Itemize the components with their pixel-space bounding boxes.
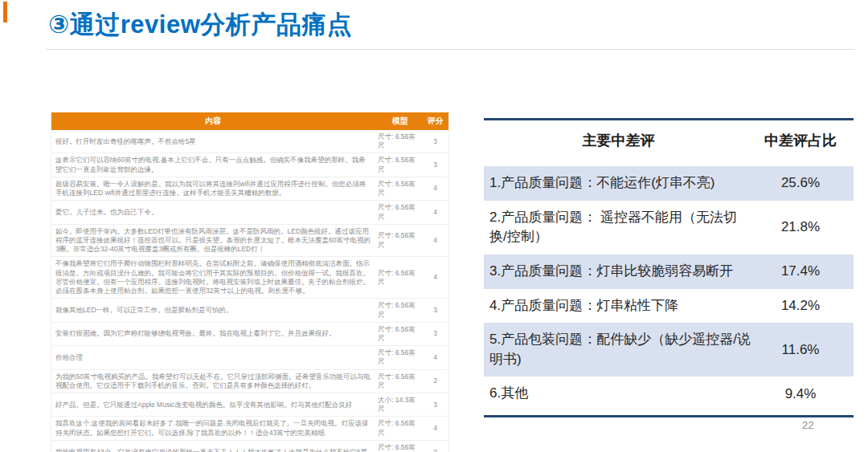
review-row: 很好。打开时发出奇怪的喀喀声。不然会给5星 尺寸: 6.56英尺 3: [51, 130, 448, 153]
summary-table-header: 主要中差评 中差评占比: [484, 120, 854, 157]
review-model: 大小: 14.3英尺: [378, 396, 424, 413]
slide: ③通过review分析产品痛点 内容 模型 评分 很好。打开时发出奇怪的喀喀声。…: [0, 0, 868, 452]
review-table-header: 内容 模型 评分: [51, 112, 448, 130]
review-rating: 4: [424, 353, 447, 362]
review-rating: 3: [424, 161, 447, 169]
summary-row: 6.其他 9.4%: [484, 377, 854, 411]
review-rating: 4: [424, 236, 447, 245]
review-header-content: 内容: [51, 116, 378, 127]
review-rating: 2: [424, 448, 447, 452]
review-row: 爱它。儿子过来。也为自己下令。 尺寸: 6.56英尺 4: [51, 201, 448, 224]
review-content: 我的电视里有43个。它并没有像它所说的那样一直走下去！！！我太生气了！这就是为什…: [51, 448, 378, 452]
review-row: 就像其他LED一样。可以正常工作。但是胶粘剂是可怕的。 尺寸: 6.56英尺 3: [51, 299, 448, 322]
review-rating: 4: [424, 424, 447, 433]
summary-share: 25.6%: [753, 175, 848, 191]
review-row: 超级容易安装。唯一令人误解的是。我以为我可以将其连接到wifi并通过应用程序进行…: [51, 177, 448, 201]
title-divider: [46, 49, 855, 50]
review-row: 好产品。但是。它只能通过Apple Music改变电视的颜色。似乎没有其他影响。…: [51, 393, 448, 417]
review-content: 很好。打开时发出奇怪的喀喀声。不然会给5星: [51, 137, 378, 146]
corner-accent-bar: [3, 2, 7, 22]
summary-share: 21.8%: [753, 219, 848, 235]
summary-issue: 4.产品质量问题：灯串粘性下降: [484, 296, 753, 316]
review-header-model: 模型: [378, 116, 424, 127]
review-model: 尺寸: 6.56英尺: [378, 325, 424, 343]
summary-issue: 5.产品包装问题：配件缺少（缺少遥控器/说明书): [484, 330, 753, 369]
review-model: 尺寸: 6.56英尺: [378, 180, 424, 197]
review-model: 尺寸: 6.56英尺: [378, 419, 424, 437]
review-content: 好产品。但是。它只能通过Apple Music改变电视的颜色。似乎没有其他影响。…: [51, 401, 378, 409]
page-number: 22: [802, 419, 813, 431]
review-model: 尺寸: 6.56英尺: [378, 443, 424, 452]
review-rating: 3: [424, 137, 447, 146]
review-model: 尺寸: 6.56英尺: [378, 301, 424, 319]
review-rating: 4: [424, 208, 447, 217]
summary-row: 5.产品包装问题：配件缺少（缺少遥控器/说明书) 11.6%: [484, 323, 854, 377]
review-model: 尺寸: 6.56英尺: [378, 156, 424, 173]
review-header-rating: 评分: [424, 116, 447, 127]
review-content: 就像其他LED一样。可以正常工作。但是胶粘剂是可怕的。: [51, 306, 378, 315]
review-row: 为我的50英寸电视购买的产品。我希望灯可以无处不在。它只穿过顶部和侧面。还希望音…: [51, 370, 448, 393]
review-content: 如今。即使用于室内。大多数LED灯带也涂有防风雨涂层。这不是防风雨的。LED颜色…: [51, 227, 378, 255]
review-model: 尺寸: 6.56英尺: [378, 373, 424, 390]
review-content: 我喜欢这个.这使我的房间看起来好多了.我唯一的问题是.关闭电视后灯就亮了。一旦关…: [51, 419, 378, 437]
summary-share: 14.2%: [753, 298, 848, 314]
review-model: 尺寸: 6.56英尺: [378, 231, 424, 249]
review-rating: 3: [424, 329, 447, 338]
review-rating: 4: [424, 184, 447, 193]
review-content: 为我的50英寸电视购买的产品。我希望灯可以无处不在。它只穿过顶部和侧面。还希望音…: [51, 373, 378, 390]
review-row: 如今。即使用于室内。大多数LED灯带也涂有防风雨涂层。这不是防风雨的。LED颜色…: [51, 225, 448, 258]
summary-share: 9.4%: [753, 386, 848, 402]
summary-row: 4.产品质量问题：灯串粘性下降 14.2%: [484, 289, 854, 324]
summary-row: 3.产品质量问题：灯串比较脆弱容易断开 17.4%: [484, 255, 854, 289]
review-row: 我喜欢这个.这使我的房间看起来好多了.我唯一的问题是.关闭电视后灯就亮了。一旦关…: [51, 417, 448, 440]
review-model: 尺寸: 6.56英尺: [378, 269, 424, 287]
review-rating: 4: [424, 273, 447, 282]
summary-share: 17.4%: [753, 263, 848, 279]
review-row: 安装灯很困难。因为它声称灯能够绕电视弯曲。最终。我在电视上看到了它。并且效果很好…: [51, 323, 448, 346]
review-rating: 3: [424, 306, 447, 315]
review-model: 尺寸: 6.56英尺: [378, 348, 424, 366]
summary-issue: 1.产品质量问题：不能运作(灯串不亮): [484, 173, 753, 193]
review-content: 安装灯很困难。因为它声称灯能够绕电视弯曲。最终。我在电视上看到了它。并且效果很好…: [51, 329, 378, 338]
review-content: 这表示它们可以容纳60英寸的电视.基本上它们不会。只有一点点触感。但确实不像我希…: [51, 156, 378, 173]
summary-issue: 3.产品质量问题：灯串比较脆弱容易断开: [484, 262, 753, 282]
review-model: 尺寸: 6.56英尺: [378, 203, 424, 221]
summary-issue: 2.产品质量问题： 遥控器不能用（无法切换/控制）: [484, 208, 753, 247]
review-content: 爱它。儿子过来。也为自己下令。: [51, 208, 378, 217]
review-row: 这表示它们可以容纳60英寸的电视.基本上它们不会。只有一点点触感。但确实不像我希…: [51, 153, 448, 177]
summary-table: 主要中差评 中差评占比 1.产品质量问题：不能运作(灯串不亮) 25.6% 2.…: [484, 118, 854, 417]
review-rating: 2: [424, 377, 447, 385]
review-table: 内容 模型 评分 很好。打开时发出奇怪的喀喀声。不然会给5星 尺寸: 6.56英…: [51, 112, 449, 452]
summary-issue: 6.其他: [484, 384, 753, 404]
review-model: 尺寸: 6.56英尺: [378, 132, 424, 150]
review-rating: 3: [424, 401, 447, 409]
summary-header-share: 中差评占比: [753, 131, 848, 150]
summary-share: 11.6%: [753, 342, 848, 358]
page-title: ③通过review分析产品痛点: [48, 8, 352, 42]
summary-row: 2.产品质量问题： 遥控器不能用（无法切换/控制） 21.8%: [484, 201, 854, 255]
summary-row: 1.产品质量问题：不能运作(灯串不亮) 25.6%: [484, 166, 854, 201]
summary-header-issue: 主要中差评: [484, 131, 753, 150]
review-row: 我的电视里有43个。它并没有像它所说的那样一直走下去！！！我太生气了！这就是为什…: [51, 441, 448, 452]
review-row: 不像我希望将它们用于爬行动物围栏时那样明亮。在尝试粘附之前。请确保使用酒精彻底清…: [51, 257, 448, 299]
review-row: 价格合理 尺寸: 6.56英尺 4: [51, 346, 448, 369]
review-content: 不像我希望将它们用于爬行动物围栏时那样明亮。在尝试粘附之前。请确保使用酒精彻底清…: [51, 259, 378, 295]
review-content: 价格合理: [51, 353, 378, 362]
review-content: 超级容易安装。唯一令人误解的是。我以为我可以将其连接到wifi并通过应用程序进行…: [51, 180, 378, 197]
